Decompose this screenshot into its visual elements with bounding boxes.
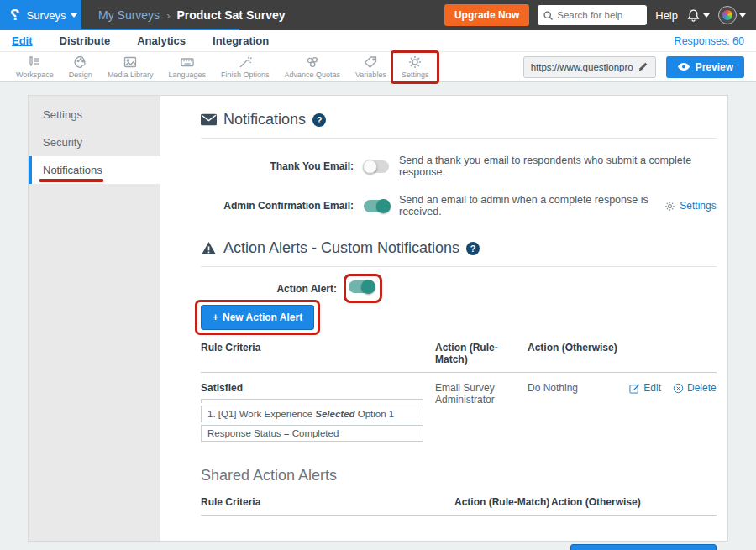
criteria-item: 1. [Q1] Work Experience Selected Option … <box>201 406 423 422</box>
keyboard-icon <box>179 55 196 70</box>
toolbar-right: Preview <box>523 56 756 78</box>
shared-action-alerts-table: Rule Criteria Action (Rule-Match) Action… <box>201 496 717 516</box>
thank-you-email-description: Send a thank you email to respondents wh… <box>399 155 717 178</box>
divider <box>201 138 717 139</box>
sidebar-item-label: Notifications <box>43 164 102 176</box>
breadcrumb-my-surveys[interactable]: My Surveys <box>98 8 160 22</box>
admin-email-settings-link[interactable]: Settings <box>664 200 716 212</box>
user-account-menu[interactable] <box>718 6 746 24</box>
criteria-text: Option 1 <box>355 409 395 419</box>
logo-zone: ? Surveys <box>0 0 81 30</box>
breadcrumb-current-survey: Product Sat Survey <box>176 8 285 22</box>
help-icon[interactable]: ? <box>466 242 480 255</box>
admin-confirmation-description: Send an email to admin when a complete r… <box>399 194 664 217</box>
action-alert-label: Action Alert: <box>201 283 337 295</box>
column-header-otherwise: Action (Otherwise) <box>528 342 627 365</box>
tab-edit[interactable]: Edit <box>12 34 33 47</box>
main-menu: Edit Distribute Analytics Integration Re… <box>0 30 756 52</box>
settings-sidebar: Settings Security Notifications <box>29 96 160 541</box>
action-alert-toggle-row: Action Alert: <box>201 280 717 296</box>
eye-icon <box>677 62 690 71</box>
tab-integration[interactable]: Integration <box>213 34 269 47</box>
thank-you-email-toggle[interactable] <box>364 160 389 173</box>
criteria-item: Response Status = Completed <box>201 425 423 442</box>
new-notification-group-button[interactable]: + New Notification Group <box>570 544 716 550</box>
preview-label: Preview <box>696 61 733 73</box>
section-title: Notifications <box>223 111 306 128</box>
palette-icon <box>72 55 89 70</box>
toolbar-label: Variables <box>355 71 386 79</box>
new-action-alert-button[interactable]: + New Action Alert <box>201 305 314 330</box>
column-header-rule-match: Action (Rule-Match) <box>454 496 551 508</box>
toggle-knob <box>376 199 391 213</box>
avatar-gauge-icon <box>722 10 732 20</box>
questionpro-logo-icon[interactable]: ? <box>10 6 20 24</box>
toolbar-label: Workspace <box>16 71 54 79</box>
annotation-underline-notifications <box>39 179 103 182</box>
tab-distribute[interactable]: Distribute <box>60 34 111 47</box>
help-search-input[interactable] <box>557 10 642 20</box>
topbar-actions: Upgrade Now Help <box>444 4 756 26</box>
delete-link-label: Delete <box>687 382 717 394</box>
upgrade-now-button[interactable]: Upgrade Now <box>444 4 529 26</box>
surveys-product-menu[interactable]: Surveys <box>27 9 77 22</box>
section-title: Action Alerts - Custom Notifications <box>223 239 459 257</box>
thank-you-email-row: Thank You Email: Send a thank you email … <box>201 155 717 178</box>
breadcrumb-separator-icon: › <box>166 9 170 22</box>
notification-groups-header: Notification Groups ? + New Notification… <box>201 544 717 550</box>
toolbar-settings[interactable]: Settings <box>394 52 437 82</box>
new-action-alert-wrap: + New Action Alert <box>201 305 314 330</box>
column-header-rule-match: Action (Rule-Match) <box>435 342 528 365</box>
survey-toolbar: Workspace Design Media Library Languages… <box>0 52 756 82</box>
help-icon[interactable]: ? <box>312 113 326 127</box>
toolbar-label: Languages <box>168 71 206 79</box>
pencil-icon[interactable] <box>638 61 648 72</box>
admin-confirmation-label: Admin Confirmation Email: <box>201 200 354 212</box>
edit-alert-link[interactable]: Edit <box>629 382 661 394</box>
preview-button[interactable]: Preview <box>666 56 744 78</box>
toolbar-languages[interactable]: Languages <box>160 52 213 82</box>
rule-status: Satisfied <box>201 382 435 394</box>
survey-url-field[interactable] <box>523 56 656 78</box>
toolbar-design[interactable]: Design <box>61 52 100 82</box>
responses-count[interactable]: Responses: 60 <box>675 35 744 47</box>
toolbar-media-library[interactable]: Media Library <box>100 52 161 82</box>
avatar <box>718 6 737 24</box>
sidebar-item-settings[interactable]: Settings <box>29 101 160 128</box>
sidebar-item-notifications[interactable]: Notifications <box>29 156 160 184</box>
action-alerts-table-header: Rule Criteria Action (Rule-Match) Action… <box>201 342 717 373</box>
magic-wand-icon <box>237 55 254 70</box>
help-link[interactable]: Help <box>655 9 678 22</box>
tag-icon <box>362 55 379 70</box>
toolbar-label: Finish Options <box>221 71 270 79</box>
sidebar-item-security[interactable]: Security <box>29 128 160 156</box>
image-icon <box>122 55 139 70</box>
otherwise-cell: Do Nothing <box>528 382 627 442</box>
admin-confirmation-toggle[interactable] <box>364 200 389 212</box>
section-title: Shared Action Alerts <box>201 467 337 485</box>
help-search[interactable] <box>538 5 647 25</box>
action-alerts-table: Rule Criteria Action (Rule-Match) Action… <box>201 342 717 442</box>
tab-analytics[interactable]: Analytics <box>137 34 186 47</box>
delete-alert-link[interactable]: Delete <box>673 382 717 394</box>
action-alerts-section-header: Action Alerts - Custom Notifications ? <box>201 239 717 257</box>
gear-icon <box>664 201 675 212</box>
toolbar-finish-options[interactable]: Finish Options <box>213 52 277 82</box>
action-alert-toggle[interactable] <box>349 280 374 293</box>
top-header: ? Surveys My Surveys › Product Sat Surve… <box>0 0 756 30</box>
toolbar-label: Settings <box>402 71 429 79</box>
toolbar-label: Advance Quotas <box>284 71 340 79</box>
toolbar-advance-quotas[interactable]: Advance Quotas <box>276 52 348 82</box>
column-header-rule-criteria: Rule Criteria <box>201 342 435 365</box>
toggle-knob <box>363 160 377 174</box>
toolbar-workspace[interactable]: Workspace <box>8 52 61 82</box>
edit-pencil-icon <box>629 383 640 394</box>
notifications-content: Notifications ? Thank You Email: Send a … <box>160 96 731 541</box>
notifications-bell-menu[interactable] <box>686 8 710 23</box>
toolbar-variables[interactable]: Variables <box>348 52 394 82</box>
criteria-bar <box>201 399 423 403</box>
survey-url-input[interactable] <box>531 62 633 72</box>
divider <box>201 266 717 267</box>
column-header-rule-criteria: Rule Criteria <box>201 496 454 508</box>
search-icon <box>543 10 554 21</box>
